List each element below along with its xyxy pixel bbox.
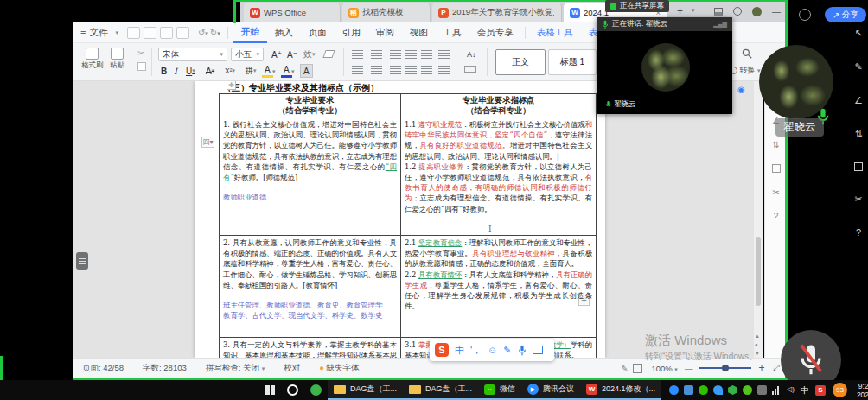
line-spacing-icon[interactable] [438, 50, 450, 59]
cut-icon[interactable]: ✂ [137, 48, 144, 58]
input-language-indicator[interactable]: 中 [801, 384, 809, 397]
menu-tab-home[interactable]: 开始 [233, 22, 267, 43]
convert-button[interactable]: ◯ 转换 ▾ [729, 65, 761, 76]
page-margin-widget[interactable]: 回▾ [201, 137, 214, 148]
font-color-button[interactable]: A [281, 64, 292, 78]
cursor-tool-icon[interactable]: ↖ [854, 28, 862, 39]
start-button[interactable] [259, 380, 281, 400]
underline-button[interactable]: U▾ [183, 64, 198, 78]
performance-badge[interactable]: 93 [833, 383, 847, 397]
taskbar-wps-button[interactable]: W 2024.1修改（... [580, 380, 661, 400]
align-center-icon[interactable] [371, 66, 382, 74]
tray-plus-icon[interactable] [743, 385, 752, 395]
tray-meeting-icon[interactable] [669, 385, 679, 395]
menu-tab-table-tools[interactable]: 表格工具 [529, 22, 581, 43]
more-tool-icon[interactable]: ? [856, 227, 861, 238]
zoom-level[interactable]: 100% ▾ [651, 364, 677, 373]
menu-tab-tools[interactable]: 工具 [436, 22, 469, 43]
menu-tab-member[interactable]: 会员专享 [469, 22, 521, 43]
taskbar-green-app-button[interactable] [304, 380, 328, 400]
clear-format-icon[interactable] [322, 50, 335, 58]
text-effects-button[interactable]: 效▾ [301, 48, 318, 61]
superscript-button[interactable]: X²▾ [222, 64, 238, 78]
tray-shield-icon[interactable] [728, 385, 737, 395]
minimize-button[interactable]: — [772, 7, 781, 16]
align-left-icon[interactable] [352, 66, 363, 74]
format-painter-button[interactable]: 格式刷 [78, 46, 107, 73]
italic-button[interactable]: I [171, 64, 180, 78]
redo-icon[interactable]: ↻▾ [210, 28, 220, 37]
sort-button[interactable]: A↓ [464, 48, 479, 61]
save-icon[interactable] [127, 27, 140, 39]
copy-icon[interactable] [137, 62, 146, 71]
vertical-scrollbar[interactable]: ▲ ● ▼ [754, 81, 763, 358]
shape-tool-icon[interactable]: ∠ [854, 95, 863, 106]
paste-button[interactable]: 粘贴 [106, 46, 128, 73]
menu-tab-insert[interactable]: 插入 [267, 22, 301, 43]
strikethrough-button[interactable]: A▾ [203, 64, 217, 78]
punctuation-icon[interactable]: '， [470, 344, 482, 357]
scrollbar-thumb[interactable] [756, 237, 761, 306]
file-menu-chevron-icon[interactable]: ▾ [115, 29, 118, 36]
voice-input-icon[interactable] [518, 345, 527, 356]
tray-device-icon[interactable] [757, 385, 767, 395]
tray-window-icon[interactable] [684, 385, 693, 395]
table-move-handle[interactable]: ✛ [227, 81, 236, 90]
wifi-icon[interactable] [772, 385, 782, 395]
taskbar-folder2-button[interactable]: DAG盘（工... [403, 380, 478, 400]
char-shading-button[interactable]: A [300, 64, 313, 78]
output-icon[interactable] [144, 27, 156, 39]
proofread-button[interactable]: 校对 [284, 363, 300, 374]
zoom-slider-handle[interactable] [722, 365, 729, 371]
justify-icon[interactable] [405, 66, 417, 74]
tab-list-chevron-icon[interactable]: ▾ [692, 7, 695, 14]
document-page[interactable]: （三）专业毕业要求及其指标点（示例） ✛ 回▾ + I 专业毕业要求（结合学科专… [195, 81, 605, 358]
chart-tool-icon[interactable] [772, 164, 781, 173]
meeting-settings-icon[interactable] [799, 9, 811, 21]
missing-font-warning[interactable]: ● 缺失字体 [319, 363, 359, 374]
text-direction-icon[interactable] [421, 50, 432, 59]
increase-indent-icon[interactable] [405, 50, 417, 59]
spellcheck-status[interactable]: 拼写检查: 关闭 ▾ [206, 363, 265, 374]
taskbar-meeting-button[interactable]: ▶ 腾讯会议 [521, 380, 580, 400]
word-count[interactable]: 字数: 28103 [143, 363, 187, 374]
tab-wps-home[interactable]: W WPS Office [244, 3, 341, 22]
taskbar-folder1-button[interactable]: DAG盘（工... [328, 380, 403, 400]
reorder-icon[interactable]: ⇅ [772, 140, 779, 149]
volume-icon[interactable]: ◁) [787, 385, 795, 395]
speaker-thumbnail-window[interactable]: 正在讲话: 翟晓云 ▂▄▆ 翟晓云 [597, 17, 732, 114]
location-pin-icon[interactable]: ◉ [737, 85, 745, 94]
paragraph-layout-icon[interactable] [438, 66, 450, 74]
cut-tool-icon[interactable]: ✂ [854, 194, 862, 205]
increase-font-button[interactable]: A⁺ [269, 48, 284, 61]
search-icon[interactable] [741, 48, 753, 60]
pen-tool-icon[interactable]: ✎ [854, 61, 862, 73]
phonetic-guide-button[interactable]: 拼▾ [243, 64, 259, 78]
globe-icon[interactable] [733, 7, 742, 16]
help-icon[interactable]: ? [774, 212, 779, 221]
swap-tool-icon[interactable]: ⇅ [854, 129, 862, 140]
virtual-keyboard-icon[interactable] [533, 346, 543, 354]
sogou-logo-icon[interactable]: S [435, 343, 449, 357]
align-right-icon[interactable] [390, 66, 401, 74]
highlight-chevron-icon[interactable]: ▾ [272, 68, 276, 75]
tray-cloud-icon[interactable] [713, 385, 723, 395]
menu-tab-review[interactable]: 审阅 [368, 22, 402, 43]
undo-icon[interactable]: ↺▾ [198, 28, 208, 37]
handwriting-icon[interactable]: ✎ [503, 345, 511, 356]
style-heading1[interactable]: 标题 1 [548, 49, 597, 75]
edit-mode-icon[interactable]: ✎ [621, 364, 628, 373]
chinese-mode-icon[interactable]: 中 [455, 344, 464, 357]
preview-icon[interactable] [176, 27, 189, 39]
new-tab-button[interactable]: + [677, 5, 683, 17]
style-normal[interactable]: 正文 [495, 49, 546, 75]
menu-tab-page[interactable]: 页面 [301, 22, 335, 43]
bullet-list-icon[interactable] [352, 50, 363, 59]
tray-sogou-icon[interactable]: S [815, 385, 826, 396]
meeting-share-button[interactable]: ↗ 分享 [825, 7, 866, 22]
board-tool-icon[interactable] [854, 162, 863, 171]
fit-page-icon[interactable] [633, 364, 642, 373]
distribute-icon[interactable] [421, 66, 432, 74]
zoom-in-button[interactable]: + [758, 362, 764, 374]
print-icon[interactable] [160, 27, 173, 39]
